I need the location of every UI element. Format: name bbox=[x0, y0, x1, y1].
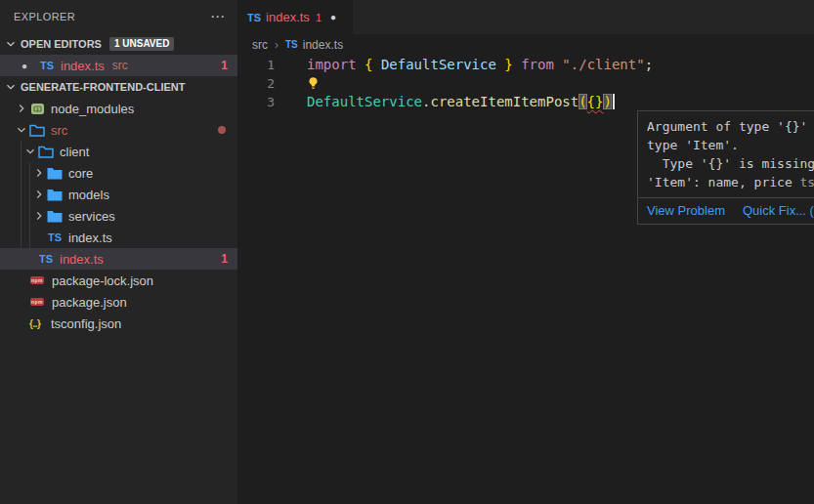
chevron-right-icon[interactable] bbox=[31, 209, 47, 223]
chevron-down-icon[interactable] bbox=[3, 37, 19, 51]
tree-item-src[interactable]: src bbox=[0, 119, 237, 141]
text-cursor bbox=[613, 94, 615, 109]
code-line-3[interactable]: 3 DefaultService.createItemItemPost({}) bbox=[237, 93, 814, 111]
quick-fix-link[interactable]: Quick Fix... (Ctrl+.) bbox=[743, 203, 814, 218]
folder-icon bbox=[47, 210, 63, 223]
error-count-badge: 1 bbox=[221, 252, 228, 266]
open-editors-header[interactable]: OPEN EDITORS 1 UNSAVED bbox=[0, 33, 237, 55]
tab-index-ts[interactable]: TS index.ts 1 ● bbox=[237, 0, 353, 34]
error-code: ts(2345) bbox=[800, 175, 814, 189]
npm-file-icon: npm bbox=[30, 298, 44, 306]
tab-bar: TS index.ts 1 ● bbox=[237, 0, 814, 34]
open-editor-item-index-ts[interactable]: ● TS index.ts src 1 bbox=[0, 55, 237, 76]
node-modules-folder-icon bbox=[29, 103, 45, 115]
unsaved-badge: 1 UNSAVED bbox=[109, 37, 175, 51]
chevron-down-icon[interactable] bbox=[14, 123, 29, 137]
typescript-file-icon: TS bbox=[38, 253, 54, 265]
tree-item-node-modules[interactable]: node_modules bbox=[0, 98, 237, 119]
tree-item-services[interactable]: services bbox=[0, 205, 237, 227]
folder-error-dot-badge bbox=[218, 126, 226, 134]
tab-error-count: 1 bbox=[316, 12, 321, 23]
vscode-window: { "colors": { "error": "#e8646b", "error… bbox=[0, 0, 814, 504]
line-number: 2 bbox=[237, 74, 275, 93]
chevron-right-icon[interactable] bbox=[31, 188, 47, 201]
typescript-file-icon: TS bbox=[285, 39, 298, 50]
breadcrumb-folder[interactable]: src bbox=[252, 38, 268, 52]
tree-item-tsconfig-json[interactable]: {..} tsconfig.json bbox=[0, 313, 237, 334]
explorer-sidebar: EXPLORER ⋯ OPEN EDITORS 1 UNSAVED ● TS i… bbox=[0, 0, 237, 504]
chevron-down-icon[interactable] bbox=[22, 145, 38, 158]
json-config-file-icon: {..} bbox=[29, 318, 47, 329]
modified-dot-icon[interactable]: ● bbox=[330, 12, 336, 22]
breadcrumb-separator-icon: › bbox=[275, 38, 278, 52]
sidebar-pane-title: EXPLORER ⋯ bbox=[0, 0, 237, 33]
folder-icon bbox=[47, 167, 63, 180]
error-message: Argument of type '{}' is not assignable … bbox=[638, 111, 814, 197]
editor-area: TS index.ts 1 ● src › TS index.ts 1 impo… bbox=[237, 0, 814, 504]
chevron-down-icon[interactable] bbox=[3, 80, 19, 94]
code-editor[interactable]: 1 import { DefaultService } from "./clie… bbox=[237, 55, 814, 111]
breadcrumb: src › TS index.ts bbox=[237, 34, 814, 55]
tree-item-models[interactable]: models bbox=[0, 184, 237, 205]
tree-item-package-lock-json[interactable]: npm package-lock.json bbox=[0, 270, 237, 291]
more-actions-icon[interactable]: ⋯ bbox=[210, 8, 226, 25]
typescript-file-icon: TS bbox=[247, 12, 261, 23]
hover-actions: View Problem Quick Fix... (Ctrl+.) bbox=[638, 197, 814, 224]
line-number: 1 bbox=[237, 56, 275, 74]
tree-item-core[interactable]: core bbox=[0, 162, 237, 184]
line-number: 3 bbox=[237, 93, 275, 111]
folder-open-icon bbox=[38, 146, 54, 158]
file-tree: node_modules src client bbox=[0, 98, 237, 334]
folder-open-icon bbox=[29, 124, 45, 137]
tree-item-index-ts-src[interactable]: TS index.ts 1 bbox=[0, 248, 237, 270]
tree-item-package-json[interactable]: npm package.json bbox=[0, 291, 237, 313]
typescript-file-icon: TS bbox=[39, 60, 55, 71]
tree-item-client[interactable]: client bbox=[0, 141, 237, 162]
workspace-name-label: GENERATE-FRONTEND-CLIENT bbox=[21, 81, 185, 93]
folder-icon bbox=[47, 189, 63, 201]
npm-file-icon: npm bbox=[30, 276, 44, 284]
explorer-title: EXPLORER bbox=[14, 11, 210, 22]
code-line-1[interactable]: 1 import { DefaultService } from "./clie… bbox=[237, 56, 814, 74]
workspace-section-header[interactable]: GENERATE-FRONTEND-CLIENT bbox=[0, 76, 237, 98]
code-line-2[interactable]: 2 bbox=[237, 74, 814, 93]
modified-dot-icon[interactable]: ● bbox=[21, 61, 39, 71]
tab-title: index.ts bbox=[266, 10, 310, 24]
chevron-right-icon[interactable] bbox=[14, 102, 29, 115]
chevron-right-icon[interactable] bbox=[31, 166, 47, 180]
tree-item-index-ts-client[interactable]: TS index.ts bbox=[0, 227, 237, 248]
breadcrumb-file[interactable]: index.ts bbox=[303, 38, 343, 52]
view-problem-link[interactable]: View Problem bbox=[647, 203, 725, 218]
typescript-file-icon: TS bbox=[47, 231, 63, 243]
error-underline: {} bbox=[587, 94, 604, 109]
open-editor-file-name: index.ts bbox=[61, 59, 105, 73]
error-hover-tooltip: Argument of type '{}' is not assignable … bbox=[637, 110, 814, 225]
open-editors-label: OPEN EDITORS bbox=[21, 38, 102, 50]
open-editor-file-path: src bbox=[112, 59, 128, 72]
error-count-badge: 1 bbox=[221, 59, 228, 72]
